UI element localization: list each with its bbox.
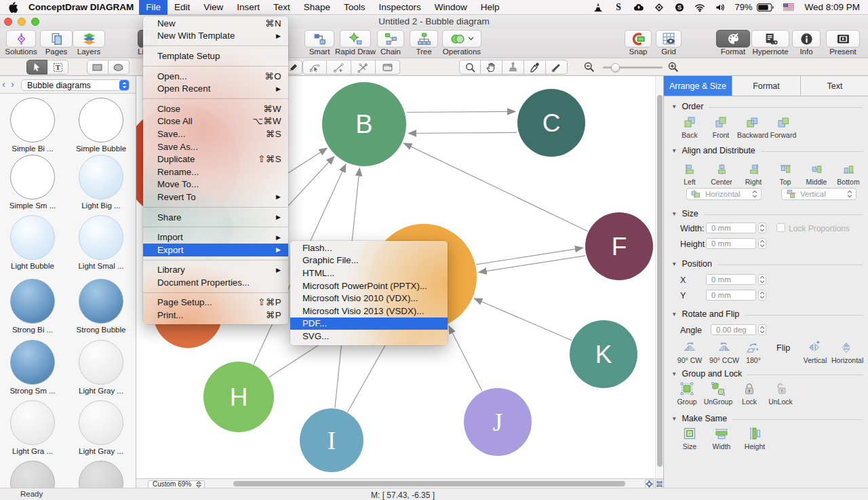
file-menu-item-export[interactable]: Export▶ [143, 244, 288, 256]
panel-button-center[interactable]: Center [707, 163, 736, 186]
menubar-item-tools[interactable]: Tools [337, 0, 372, 15]
panel-button-back[interactable]: Back [675, 115, 705, 139]
shape-item[interactable]: Light Smal ... [69, 215, 133, 270]
x-input[interactable]: 0 mm [706, 274, 756, 285]
file-menu-item-new[interactable]: New⌘N [143, 17, 288, 30]
export-submenu-item-graphic-file[interactable]: Graphic File... [290, 254, 448, 267]
shape-item[interactable]: Strong Bubble [69, 279, 133, 334]
library-back-button[interactable]: ‹ [2, 78, 5, 90]
file-menu-item-save[interactable]: Save...⌘S [143, 128, 288, 140]
toolbar-button-operations[interactable] [442, 30, 481, 47]
file-menu-item-move-to[interactable]: Move To... [143, 178, 288, 191]
panel-button-lock[interactable]: Lock [734, 382, 764, 406]
diagram-connector[interactable] [449, 326, 482, 391]
disclosure-triangle-icon[interactable]: ▼ [671, 261, 677, 267]
ellipse-tool-button[interactable] [108, 60, 130, 75]
shape-item[interactable]: Light Gray ... [69, 340, 133, 395]
diamond-icon[interactable] [649, 0, 669, 15]
angle-input-stepper[interactable] [758, 324, 766, 335]
panel-button-right[interactable]: Right [738, 163, 768, 186]
toolbar-button-layers[interactable] [73, 30, 105, 47]
zoom-tool-button[interactable] [459, 60, 481, 75]
stencil-tool-button[interactable] [376, 60, 400, 75]
toolbar-button-format[interactable] [716, 30, 750, 47]
zoom-slider-knob[interactable] [611, 63, 620, 72]
menubar-item-text[interactable]: Text [267, 0, 297, 15]
edit-curve-tool-button[interactable] [302, 60, 327, 75]
panel-button-group[interactable]: Group [672, 382, 702, 406]
panel-button-90ccw[interactable]: 90° CCW [709, 341, 739, 364]
horizontal-scrollbar[interactable] [233, 481, 625, 486]
panel-button-180[interactable]: 180° [738, 341, 768, 364]
height-input-stepper[interactable] [758, 238, 766, 249]
brush-tool-button[interactable] [546, 60, 568, 75]
cloud-sync-icon[interactable] [629, 0, 649, 15]
file-menu-item-print[interactable]: Print...⌘P [143, 309, 288, 322]
menubar-item-inspectors[interactable]: Inspectors [372, 0, 427, 15]
toolbar-button-snap[interactable] [625, 30, 652, 47]
export-submenu-item-pdf[interactable]: PDF... [290, 318, 448, 330]
menubar-item-insert[interactable]: Insert [230, 0, 267, 15]
us-flag-icon[interactable] [778, 0, 799, 15]
menubar-item-file[interactable]: File [139, 0, 167, 15]
panel-button-bottom[interactable]: Bottom [833, 163, 863, 186]
disclosure-triangle-icon[interactable]: ▼ [671, 103, 677, 110]
lock-proportions-checkbox[interactable] [776, 223, 785, 232]
panel-button-unlock[interactable]: UnLock [766, 382, 795, 406]
export-submenu-item-microsoft-visio-2010-vdx[interactable]: Microsoft Visio 2010 (VDX)... [290, 292, 448, 305]
inspector-tab-arrange-size[interactable]: Arrange & Size [664, 76, 732, 96]
file-menu-item-rename[interactable]: Rename... [143, 166, 288, 178]
diagram-connector[interactable] [479, 256, 586, 273]
split-tool-button[interactable] [351, 60, 376, 75]
file-menu-item-close-all[interactable]: Close All⌥⌘W [143, 115, 288, 128]
toolbar-button-chain[interactable] [377, 30, 404, 47]
disclosure-triangle-icon[interactable]: ▼ [671, 210, 677, 217]
panel-button-ungroup[interactable]: UnGroup [703, 382, 733, 406]
shape-item[interactable]: Light Big ... [69, 155, 133, 210]
pan-mode-icon[interactable] [645, 480, 654, 488]
file-menu-item-template-setup[interactable]: Template Setup [143, 50, 288, 62]
file-menu-item-library[interactable]: Library▶ [143, 264, 288, 277]
add-point-tool-button[interactable] [327, 60, 351, 75]
file-menu-item-document-properties[interactable]: Document Properties... [143, 276, 288, 289]
pan-tool-button[interactable] [481, 60, 502, 75]
shape-item[interactable] [69, 461, 133, 488]
shape-item[interactable]: Simple Bubble [69, 98, 133, 153]
inspector-tab-format[interactable]: Format [732, 76, 801, 96]
zoom-level-select[interactable]: Custom 69% [148, 480, 205, 488]
toolbar-button-grid[interactable] [656, 30, 682, 47]
panel-button-height[interactable]: Height [740, 427, 770, 450]
export-submenu-item-microsoft-visio-2013-vsdx[interactable]: Microsoft Visio 2013 (VSDX)... [290, 305, 448, 318]
diagram-connector[interactable] [474, 299, 572, 341]
distribute-vertical-select[interactable]: Vertical [781, 188, 856, 200]
angle-input[interactable]: 0.00 deg [711, 324, 756, 335]
width-input[interactable]: 0 mm [706, 223, 756, 233]
toolbar-button-hypernote[interactable] [751, 30, 789, 47]
diagram-connector[interactable] [407, 111, 515, 112]
menubar-item-edit[interactable]: Edit [167, 0, 197, 15]
file-menu-item-save-as[interactable]: Save As... [143, 140, 288, 153]
diagram-connector[interactable] [476, 248, 583, 265]
distribute-horizontal-select[interactable]: Horizontal [686, 188, 762, 200]
file-menu-item-open-recent[interactable]: Open Recent▶ [143, 82, 288, 95]
stamp-tool-button[interactable] [502, 60, 524, 75]
select-tool-button[interactable] [26, 60, 47, 75]
file-menu-item-page-setup[interactable]: Page Setup...⇧⌘P [143, 296, 288, 309]
shape-item[interactable]: Strong Bi ... [1, 279, 64, 334]
menubar-item-help[interactable]: Help [474, 0, 507, 15]
file-menu-item-share[interactable]: Share▶ [143, 211, 288, 224]
shape-item[interactable] [1, 461, 64, 488]
export-submenu-item-svg[interactable]: SVG... [290, 330, 448, 343]
disclosure-triangle-icon[interactable]: ▼ [671, 415, 677, 422]
shape-item[interactable]: Light Bubble [1, 215, 64, 270]
diagram-connector[interactable] [408, 132, 517, 133]
volume-icon[interactable] [710, 0, 730, 15]
file-menu-item-revert-to[interactable]: Revert To▶ [143, 191, 288, 204]
library-forward-button[interactable]: › [11, 78, 14, 90]
library-select[interactable]: Bubble diagrams [21, 79, 130, 91]
shape-item[interactable]: Simple Bi ... [1, 98, 64, 153]
text-tool-button[interactable]: T [47, 60, 68, 75]
panel-button-vertical[interactable]: Vertical [800, 341, 830, 364]
panel-button-top[interactable]: Top [770, 163, 800, 186]
zoom-in-button[interactable] [667, 61, 679, 73]
